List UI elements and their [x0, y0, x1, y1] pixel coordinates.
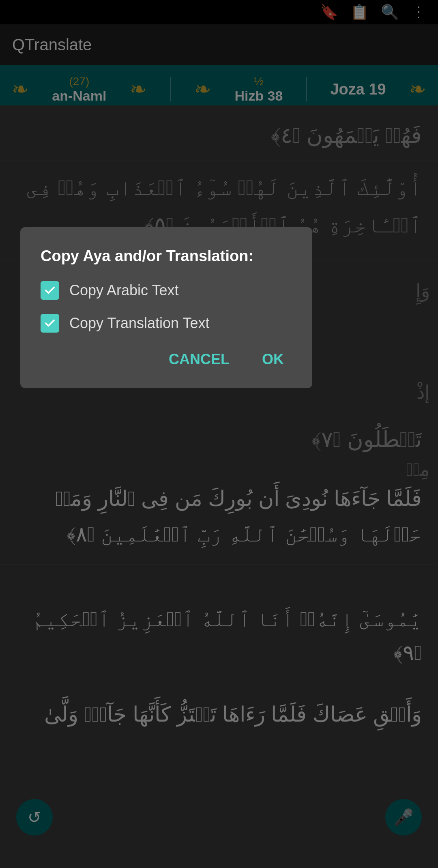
checkbox-translation[interactable]	[41, 314, 59, 333]
dialog-title: Copy Aya and/or Translation:	[41, 247, 292, 265]
option-arabic: Copy Arabic Text	[41, 281, 292, 300]
dialog-overlay	[0, 0, 438, 868]
cancel-button[interactable]: CANCEL	[161, 347, 238, 372]
copy-dialog: Copy Aya and/or Translation: Copy Arabic…	[20, 227, 312, 388]
option-translation: Copy Translation Text	[41, 314, 292, 333]
dialog-actions: CANCEL OK	[41, 347, 292, 372]
checkbox-arabic[interactable]	[41, 281, 59, 300]
option-translation-label: Copy Translation Text	[69, 315, 210, 332]
option-arabic-label: Copy Arabic Text	[69, 282, 178, 299]
ok-button[interactable]: OK	[254, 347, 292, 372]
